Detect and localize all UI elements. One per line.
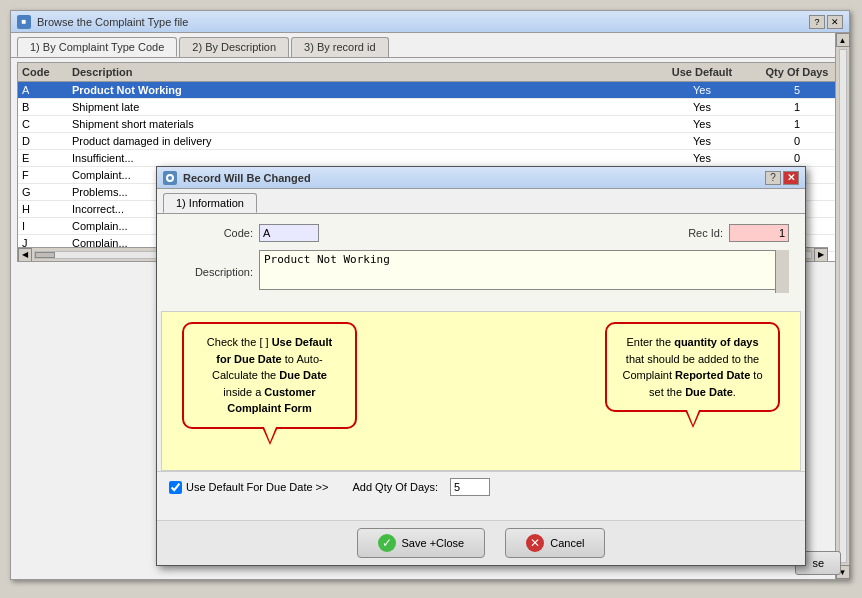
main-vertical-scrollbar[interactable]: ▲ ▼ [835,33,849,579]
cancel-label: Cancel [550,537,584,549]
table-row[interactable]: B Shipment late Yes 1 [18,99,842,116]
td-description: Shipment short materials [68,117,652,131]
modal-footer: ✓ Save +Close ✕ Cancel [157,520,805,565]
tooltip-left-text1: Check the [ ] Use Default for Due Date t… [207,336,332,414]
scroll-up-arrow[interactable]: ▲ [836,33,850,47]
scroll-right-arrow[interactable]: ▶ [814,248,828,262]
td-code: E [18,151,68,165]
tab-by-record-id[interactable]: 3) By record id [291,37,389,57]
table-row[interactable]: D Product damaged in delivery Yes 0 [18,133,842,150]
td-use-default: Yes [652,83,752,97]
td-code: H [18,202,68,216]
save-icon: ✓ [378,534,396,552]
desc-scrollbar[interactable] [775,250,789,293]
modal-record-will-be-changed: Record Will Be Changed ? ✕ 1) Informatio… [156,166,806,566]
tab-by-complaint-type-code[interactable]: 1) By Complaint Type Code [17,37,177,57]
modal-bottom-controls: Use Default For Due Date >> Add Qty Of D… [157,471,805,502]
use-default-checkbox[interactable] [169,481,182,494]
td-description: Product Not Working [68,83,652,97]
td-description: Product damaged in delivery [68,134,652,148]
tooltip-right-text: Enter the quantity of days that should b… [623,336,763,398]
rec-id-input[interactable] [729,224,789,242]
td-qty: 1 [752,117,842,131]
use-default-checkbox-row: Use Default For Due Date >> [169,481,328,494]
code-input[interactable] [259,224,319,242]
tooltip-left: Check the [ ] Use Default for Due Date t… [182,322,357,429]
td-use-default: Yes [652,151,752,165]
cancel-icon: ✕ [526,534,544,552]
help-button[interactable]: ? [809,15,825,29]
scroll-v-track[interactable] [839,49,847,563]
table-header: Code Description Use Default Qty Of Days [18,63,842,82]
modal-tab-information[interactable]: 1) Information [163,193,257,213]
td-qty: 0 [752,151,842,165]
td-use-default: Yes [652,134,752,148]
main-window: ■ Browse the Complaint Type file ? ✕ 1) … [10,10,850,580]
desc-label: Description: [173,266,253,278]
table-row[interactable]: C Shipment short materials Yes 1 [18,116,842,133]
app-icon: ■ [17,15,31,29]
modal-close-button[interactable]: ✕ [783,171,799,185]
modal-help-button[interactable]: ? [765,171,781,185]
rec-id-label: Rec Id: [688,227,723,239]
tooltip-right: Enter the quantity of days that should b… [605,322,780,412]
main-window-title: Browse the Complaint Type file [37,16,807,28]
td-qty: 5 [752,83,842,97]
td-code: I [18,219,68,233]
save-close-button[interactable]: ✓ Save +Close [357,528,486,558]
modal-icon-inner [166,174,174,182]
tab-by-description[interactable]: 2) By Description [179,37,289,57]
td-code: F [18,168,68,182]
td-code: A [18,83,68,97]
modal-title: Record Will Be Changed [183,172,765,184]
desc-textarea[interactable]: Product Not Working [259,250,789,290]
td-use-default: Yes [652,100,752,114]
desc-wrapper: Product Not Working [259,250,789,293]
tooltip-area: Check the [ ] Use Default for Due Date t… [161,311,801,471]
code-label: Code: [173,227,253,239]
col-header-code: Code [18,66,68,78]
scroll-thumb[interactable] [35,252,55,258]
table-row[interactable]: A Product Not Working Yes 5 [18,82,842,99]
td-code: B [18,100,68,114]
td-qty: 1 [752,100,842,114]
save-close-label: Save +Close [402,537,465,549]
modal-app-icon [163,171,177,185]
modal-titlebar: Record Will Be Changed ? ✕ [157,167,805,189]
cancel-button[interactable]: ✕ Cancel [505,528,605,558]
add-qty-input[interactable] [450,478,490,496]
col-header-qty: Qty Of Days [752,66,842,78]
td-code: D [18,134,68,148]
modal-tab-bar: 1) Information [157,189,805,214]
table-row[interactable]: E Insufficient... Yes 0 [18,150,842,167]
scroll-left-arrow[interactable]: ◀ [18,248,32,262]
modal-form: Code: Rec Id: Description: Product Not W… [157,214,805,311]
modal-window-buttons: ? ✕ [765,171,799,185]
td-description: Insufficient... [68,151,652,165]
main-tab-bar: 1) By Complaint Type Code 2) By Descript… [11,33,849,58]
td-code: C [18,117,68,131]
rec-id-section: Rec Id: [688,224,789,242]
code-row: Code: Rec Id: [173,224,789,242]
add-qty-label: Add Qty Of Days: [352,481,438,493]
tooltip-right-arrow-inner [687,410,699,425]
td-description: Shipment late [68,100,652,114]
col-header-use-default: Use Default [652,66,752,78]
main-titlebar: ■ Browse the Complaint Type file ? ✕ [11,11,849,33]
use-default-label: Use Default For Due Date >> [186,481,328,493]
col-header-description: Description [68,66,652,78]
description-row: Description: Product Not Working [173,250,789,293]
td-use-default: Yes [652,117,752,131]
close-button[interactable]: ✕ [827,15,843,29]
tooltip-left-arrow-inner [264,427,276,442]
td-code: G [18,185,68,199]
td-qty: 0 [752,134,842,148]
